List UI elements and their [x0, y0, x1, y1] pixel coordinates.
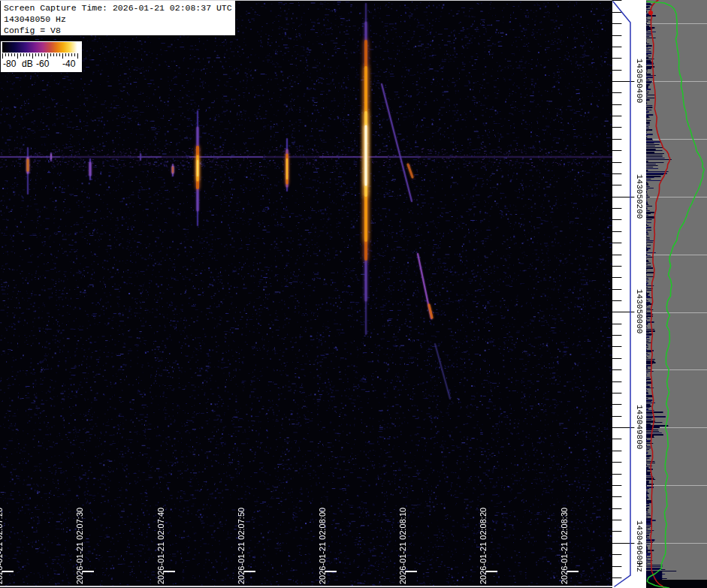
legend-tick	[74, 53, 75, 56]
capture-time-text: Screen Capture Time: 2026-01-21 02:08:37…	[4, 2, 235, 14]
legend-tick	[17, 53, 18, 59]
color-scale-legend: -80 dB -60 -40	[1, 41, 82, 72]
config-text: Config = V8	[4, 25, 235, 35]
legend-tick	[44, 53, 45, 56]
legend-tick	[50, 53, 51, 56]
legend-tick	[8, 53, 9, 56]
legend-label-neg80: -80	[3, 59, 16, 69]
legend-tick	[53, 53, 54, 56]
receiver-frequency-text: 143048050 Hz	[4, 14, 235, 25]
time-axis-label: 2026-01-21 02:07:20	[0, 508, 4, 584]
legend-tick	[5, 53, 6, 56]
legend-tick	[35, 53, 36, 56]
time-axis-label: 2026-01-21 02:08:10	[398, 508, 407, 584]
legend-tick	[32, 53, 33, 59]
capture-info-box: Screen Capture Time: 2026-01-21 02:08:37…	[1, 1, 235, 35]
legend-tick	[26, 53, 27, 56]
time-axis-tick	[406, 571, 417, 572]
time-axis-tick	[2, 571, 14, 572]
time-axis-tick	[164, 571, 175, 572]
legend-label-neg40: -40	[62, 59, 75, 69]
legend-tick	[41, 53, 42, 56]
time-axis-tick	[83, 571, 94, 572]
legend-tick	[59, 53, 60, 56]
time-axis-tick	[486, 571, 497, 572]
time-axis-label: 2026-01-21 02:07:50	[237, 508, 246, 584]
legend-label-db: dB	[22, 59, 33, 69]
legend-tick	[38, 53, 39, 56]
legend-tick	[47, 53, 48, 59]
legend-label-neg60: -60	[36, 59, 49, 69]
time-axis-label: 2026-01-21 02:08:20	[479, 508, 488, 584]
legend-tick	[56, 53, 57, 56]
spectrogram-canvas	[0, 0, 707, 588]
legend-tick	[62, 53, 63, 59]
time-axis-label: 2026-01-21 02:08:00	[318, 508, 327, 584]
legend-tick	[65, 53, 66, 56]
legend-tick	[20, 53, 21, 56]
spectrogram-capture-window: Screen Capture Time: 2026-01-21 02:08:37…	[0, 0, 707, 588]
time-axis-tick	[244, 571, 255, 572]
frequency-axis-label: 143050400	[635, 59, 644, 103]
legend-tick	[2, 53, 3, 59]
legend-tick	[68, 53, 69, 56]
legend-tick	[29, 53, 30, 56]
time-axis-label: 2026-01-21 02:07:40	[156, 508, 165, 584]
time-axis-label: 2026-01-21 02:07:30	[75, 508, 84, 584]
legend-tick	[23, 53, 24, 56]
color-scale-labels: -80 dB -60 -40	[2, 59, 82, 71]
legend-tick	[11, 53, 12, 56]
frequency-axis-label: 143049600	[635, 520, 644, 565]
time-axis-tick	[325, 571, 337, 572]
frequency-axis-label: 143050000	[635, 289, 644, 333]
legend-tick	[77, 53, 78, 59]
legend-tick	[14, 53, 15, 56]
frequency-axis-label: 143050200	[635, 174, 644, 219]
color-scale-gradient	[2, 42, 80, 53]
legend-tick	[71, 53, 72, 56]
frequency-axis-label: 143049800	[635, 405, 644, 449]
frequency-unit-label: Hz	[635, 562, 644, 572]
time-axis-label: 2026-01-21 02:08:30	[560, 508, 569, 584]
time-axis-tick	[567, 571, 579, 572]
